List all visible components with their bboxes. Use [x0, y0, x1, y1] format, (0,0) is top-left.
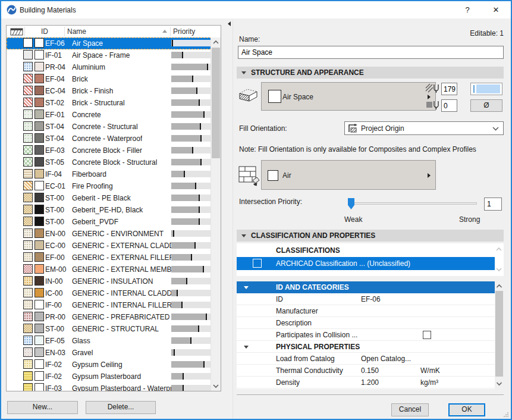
fill-pattern-swatch: [23, 133, 33, 143]
property-group-header[interactable]: ID AND CATEGORIES: [237, 281, 495, 293]
scroll-down-icon[interactable]: [495, 265, 503, 274]
classifications-scrollbar[interactable]: [495, 243, 503, 276]
scroll-up-icon[interactable]: [495, 282, 504, 291]
material-row[interactable]: IC-00 GENERIC - INTERNAL CLADDING: [7, 287, 211, 299]
material-row[interactable]: EF-00 GENERIC - EXTERNAL FILLER: [7, 252, 211, 264]
scrollbar-thumb[interactable]: [495, 291, 503, 377]
priority-bar-tick: [173, 230, 174, 237]
surface-chooser-button[interactable]: Air: [261, 160, 436, 190]
material-row[interactable]: IF-04 Fiberboard: [7, 168, 211, 180]
material-name: Concrete: [72, 111, 101, 119]
scroll-up-icon[interactable]: [495, 245, 503, 253]
property-checkbox[interactable]: [423, 331, 431, 339]
material-row[interactable]: IF-02 Gypsum Ceiling: [7, 359, 211, 371]
property-group-header[interactable]: PHYSICAL PROPERTIES: [237, 341, 495, 353]
scroll-down-icon[interactable]: [495, 380, 504, 388]
column-header-id[interactable]: ID: [41, 27, 48, 36]
column-header-name[interactable]: Name: [67, 27, 86, 36]
material-row[interactable]: IN-00 GENERIC - INSULATION: [7, 275, 211, 287]
help-button[interactable]: ?: [457, 1, 478, 18]
surface-color-swatch: [34, 38, 44, 48]
property-value[interactable]: Open Catalog...: [361, 355, 411, 363]
structure-section-header[interactable]: STRUCTURE AND APPEARANCE: [237, 67, 504, 79]
property-value[interactable]: 1.200: [361, 378, 379, 387]
fill-pen-input[interactable]: [441, 83, 457, 95]
properties-scrollbar[interactable]: [495, 281, 504, 389]
collapse-left-icon[interactable]: [228, 21, 231, 26]
material-row[interactable]: EN-00 GENERIC - ENVIRONMENT: [7, 228, 211, 240]
project-origin-icon: [348, 124, 359, 133]
background-pen-icon: [425, 99, 440, 112]
material-row[interactable]: PR-04 Aluminium: [7, 61, 211, 73]
priority-bar-tick: [199, 195, 200, 201]
classification-row[interactable]: ARCHICAD Classification ... (Unclassifie…: [237, 257, 495, 270]
surface-color-swatch: [34, 276, 44, 286]
panel-splitter[interactable]: [233, 20, 233, 419]
surface-color-swatch: [34, 336, 44, 345]
property-row[interactable]: Load from CatalogOpen Catalog...: [237, 353, 495, 365]
scroll-up-icon[interactable]: [211, 37, 221, 47]
material-row[interactable]: ST-02 Brick - Structural: [7, 97, 211, 109]
priority-slider-track[interactable]: [349, 202, 477, 205]
close-button[interactable]: ✕: [486, 1, 506, 18]
background-pen-input[interactable]: [441, 99, 457, 112]
material-row[interactable]: IF-00 GENERIC - INTERNAL FILLER: [7, 299, 211, 311]
property-value[interactable]: 0.150: [361, 366, 379, 375]
cancel-button[interactable]: Cancel: [391, 403, 429, 416]
property-row[interactable]: IDEF-06: [237, 293, 495, 305]
property-row[interactable]: Description: [237, 317, 495, 329]
fill-orientation-dropdown[interactable]: Project Origin: [344, 121, 504, 135]
cut-fill-column-icon[interactable]: [10, 28, 23, 36]
fill-orientation-note: Note: Fill Orientation is only available…: [239, 145, 476, 153]
fill-swatch: [268, 90, 281, 103]
new-button[interactable]: New...: [7, 401, 78, 414]
material-row[interactable]: EF-03 Concrete Block - Filler: [7, 145, 211, 156]
delete-button[interactable]: Delete...: [86, 401, 156, 414]
material-row[interactable]: EC-04 Brick - Finish: [7, 85, 211, 97]
material-row[interactable]: ST-00 Geberit_PVDF: [7, 216, 211, 228]
material-row[interactable]: EC-01 Fire Proofing: [7, 180, 211, 192]
cut-fill-chooser-button[interactable]: Air Space: [261, 82, 436, 111]
material-row[interactable]: EF-05 Glass: [7, 335, 211, 347]
material-id: IF-02: [45, 361, 62, 369]
material-row[interactable]: IF-02 Gypsum Plasterboard: [7, 371, 211, 383]
fill-pen-color-button[interactable]: [470, 83, 502, 95]
material-row[interactable]: EN-03 Gravel: [7, 347, 211, 359]
material-row[interactable]: IF-03 Gypsum Plasterboard - Waterproo: [7, 383, 211, 391]
material-row[interactable]: ST-04 Concrete - Waterproof: [7, 133, 211, 145]
property-row[interactable]: Participates in Collision ...: [237, 329, 495, 341]
material-row[interactable]: ST-00 Geberit - PE Black: [7, 192, 211, 204]
surface-color-swatch: [34, 312, 44, 321]
material-name: Geberit - PE Black: [72, 194, 131, 202]
priority-value-input[interactable]: [484, 198, 502, 211]
material-row[interactable]: EM-00 GENERIC - EXTERNAL MEMBRANE: [7, 264, 211, 275]
ok-button[interactable]: OK: [448, 403, 485, 416]
material-row[interactable]: EF-01 Concrete: [7, 109, 211, 121]
scroll-down-icon[interactable]: [211, 381, 221, 391]
priority-slider-thumb[interactable]: [348, 198, 354, 209]
material-row[interactable]: ST-05 Concrete Block - Structural: [7, 156, 211, 168]
material-row[interactable]: EF-04 Brick: [7, 73, 211, 85]
material-row[interactable]: PR-00 GENERIC - PREFABRICATED: [7, 311, 211, 323]
list-scrollbar[interactable]: [211, 37, 221, 391]
column-header-priority[interactable]: Priority: [173, 27, 195, 36]
property-row[interactable]: Density1.200kg/m³: [237, 377, 495, 388]
material-row[interactable]: IF-01 Air Space - Frame: [7, 49, 211, 61]
classification-section-header[interactable]: CLASSIFICATION AND PROPERTIES: [237, 230, 504, 242]
material-row[interactable]: EC-00 GENERIC - EXTERNAL CLADDING: [7, 240, 211, 252]
material-row[interactable]: ST-04 Concrete - Structural: [7, 121, 211, 133]
material-id: PR-04: [45, 63, 65, 71]
scrollbar-thumb[interactable]: [212, 48, 220, 158]
background-pen-empty-button[interactable]: Ø: [470, 99, 502, 112]
resize-grip[interactable]: [503, 412, 509, 418]
property-row[interactable]: Manufacturer: [237, 305, 495, 317]
name-input[interactable]: [238, 46, 504, 59]
fill-pattern-swatch: [23, 50, 33, 59]
property-value[interactable]: EF-06: [361, 295, 381, 303]
property-row[interactable]: Thermal Conductivity0.150W/mK: [237, 365, 495, 377]
material-row[interactable]: EF-06 Air Space: [7, 37, 211, 49]
material-row[interactable]: ST-00 GENERIC - STRUCTURAL: [7, 323, 211, 335]
classification-checkbox[interactable]: [253, 259, 262, 268]
material-row[interactable]: ST-00 Geberit_PE-HD, Black: [7, 204, 211, 216]
material-id: EF-00: [45, 253, 65, 262]
